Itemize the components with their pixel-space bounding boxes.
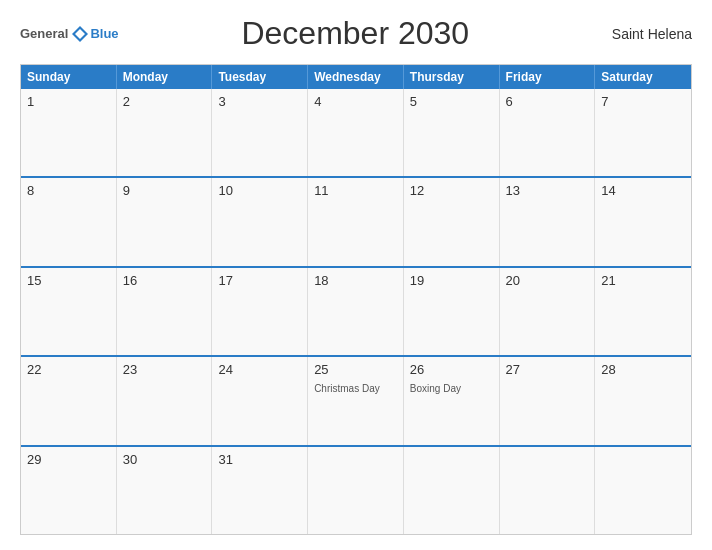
day-number: 16 bbox=[123, 273, 206, 288]
weekday-header-tuesday: Tuesday bbox=[212, 65, 308, 89]
calendar-cell-9: 9 bbox=[117, 178, 213, 265]
month-title: December 2030 bbox=[119, 15, 592, 52]
calendar-cell-23: 23 bbox=[117, 357, 213, 444]
calendar-cell-28: 28 bbox=[595, 357, 691, 444]
day-number: 15 bbox=[27, 273, 110, 288]
day-number: 7 bbox=[601, 94, 685, 109]
calendar-cell-3: 3 bbox=[212, 89, 308, 176]
day-number: 5 bbox=[410, 94, 493, 109]
day-number: 6 bbox=[506, 94, 589, 109]
day-number: 21 bbox=[601, 273, 685, 288]
calendar-cell-31: 31 bbox=[212, 447, 308, 534]
page-header: General Blue December 2030 Saint Helena bbox=[20, 15, 692, 52]
day-number: 23 bbox=[123, 362, 206, 377]
calendar-week-1: 1234567 bbox=[21, 89, 691, 178]
day-number: 25 bbox=[314, 362, 397, 377]
day-number: 12 bbox=[410, 183, 493, 198]
day-number: 22 bbox=[27, 362, 110, 377]
day-number: 9 bbox=[123, 183, 206, 198]
weekday-header-friday: Friday bbox=[500, 65, 596, 89]
day-number: 29 bbox=[27, 452, 110, 467]
calendar-cell-7: 7 bbox=[595, 89, 691, 176]
calendar-week-5: 293031 bbox=[21, 447, 691, 534]
calendar-cell-22: 22 bbox=[21, 357, 117, 444]
region-label: Saint Helena bbox=[592, 26, 692, 42]
calendar-cell-19: 19 bbox=[404, 268, 500, 355]
calendar-cell-25: 25Christmas Day bbox=[308, 357, 404, 444]
day-number: 26 bbox=[410, 362, 493, 377]
weekday-header-thursday: Thursday bbox=[404, 65, 500, 89]
calendar-cell-empty bbox=[308, 447, 404, 534]
calendar-cell-empty bbox=[404, 447, 500, 534]
day-number: 3 bbox=[218, 94, 301, 109]
calendar-cell-26: 26Boxing Day bbox=[404, 357, 500, 444]
calendar-cell-13: 13 bbox=[500, 178, 596, 265]
day-number: 14 bbox=[601, 183, 685, 198]
calendar-body: 1234567891011121314151617181920212223242… bbox=[21, 89, 691, 534]
calendar-cell-21: 21 bbox=[595, 268, 691, 355]
calendar-cell-10: 10 bbox=[212, 178, 308, 265]
day-number: 2 bbox=[123, 94, 206, 109]
weekday-header-sunday: Sunday bbox=[21, 65, 117, 89]
calendar-page: General Blue December 2030 Saint Helena … bbox=[0, 0, 712, 550]
calendar-week-3: 15161718192021 bbox=[21, 268, 691, 357]
day-number: 4 bbox=[314, 94, 397, 109]
calendar-cell-11: 11 bbox=[308, 178, 404, 265]
day-event: Boxing Day bbox=[410, 382, 493, 395]
calendar-cell-16: 16 bbox=[117, 268, 213, 355]
day-number: 28 bbox=[601, 362, 685, 377]
calendar-header-row: SundayMondayTuesdayWednesdayThursdayFrid… bbox=[21, 65, 691, 89]
day-number: 27 bbox=[506, 362, 589, 377]
calendar-cell-5: 5 bbox=[404, 89, 500, 176]
calendar-cell-12: 12 bbox=[404, 178, 500, 265]
day-number: 13 bbox=[506, 183, 589, 198]
day-number: 10 bbox=[218, 183, 301, 198]
calendar-cell-1: 1 bbox=[21, 89, 117, 176]
logo-blue-text: Blue bbox=[90, 26, 118, 41]
calendar-cell-6: 6 bbox=[500, 89, 596, 176]
day-number: 11 bbox=[314, 183, 397, 198]
day-number: 17 bbox=[218, 273, 301, 288]
calendar-grid: SundayMondayTuesdayWednesdayThursdayFrid… bbox=[20, 64, 692, 535]
calendar-cell-empty bbox=[595, 447, 691, 534]
calendar-cell-14: 14 bbox=[595, 178, 691, 265]
day-event: Christmas Day bbox=[314, 382, 397, 395]
day-number: 20 bbox=[506, 273, 589, 288]
calendar-week-2: 891011121314 bbox=[21, 178, 691, 267]
calendar-cell-27: 27 bbox=[500, 357, 596, 444]
logo-general-text: General bbox=[20, 26, 68, 41]
day-number: 19 bbox=[410, 273, 493, 288]
weekday-header-wednesday: Wednesday bbox=[308, 65, 404, 89]
calendar-cell-30: 30 bbox=[117, 447, 213, 534]
calendar-cell-20: 20 bbox=[500, 268, 596, 355]
day-number: 24 bbox=[218, 362, 301, 377]
calendar-cell-29: 29 bbox=[21, 447, 117, 534]
calendar-cell-8: 8 bbox=[21, 178, 117, 265]
day-number: 18 bbox=[314, 273, 397, 288]
day-number: 31 bbox=[218, 452, 301, 467]
logo-flag-icon bbox=[70, 24, 90, 44]
calendar-cell-4: 4 bbox=[308, 89, 404, 176]
calendar-cell-17: 17 bbox=[212, 268, 308, 355]
day-number: 1 bbox=[27, 94, 110, 109]
weekday-header-monday: Monday bbox=[117, 65, 213, 89]
day-number: 8 bbox=[27, 183, 110, 198]
calendar-week-4: 22232425Christmas Day26Boxing Day2728 bbox=[21, 357, 691, 446]
calendar-cell-24: 24 bbox=[212, 357, 308, 444]
weekday-header-saturday: Saturday bbox=[595, 65, 691, 89]
calendar-cell-15: 15 bbox=[21, 268, 117, 355]
calendar-cell-2: 2 bbox=[117, 89, 213, 176]
day-number: 30 bbox=[123, 452, 206, 467]
calendar-cell-empty bbox=[500, 447, 596, 534]
calendar-cell-18: 18 bbox=[308, 268, 404, 355]
logo: General Blue bbox=[20, 24, 119, 44]
